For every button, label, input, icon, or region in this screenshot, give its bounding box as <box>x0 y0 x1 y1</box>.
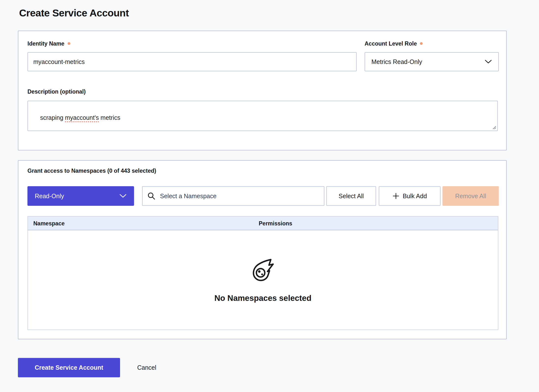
search-icon <box>147 192 155 200</box>
required-dot-icon <box>420 42 423 45</box>
description-text: scraping <box>40 114 65 121</box>
namespaces-table: Namespace Permissions No Namespaces sele… <box>27 216 498 330</box>
footer-actions: Create Service Account Cancel <box>18 358 156 377</box>
select-all-button[interactable]: Select All <box>326 186 376 206</box>
remove-all-label: Remove All <box>455 193 486 200</box>
service-account-details-card: Identity Name Account Level Role Metrics… <box>18 31 507 150</box>
select-all-label: Select All <box>339 193 364 200</box>
account-level-role-value: Metrics Read-Only <box>371 58 422 65</box>
column-header-permissions: Permissions <box>259 220 292 227</box>
description-text: metrics <box>99 114 120 121</box>
chevron-down-icon <box>485 60 492 64</box>
namespace-role-dropdown-value: Read-Only <box>35 193 64 200</box>
account-level-role-label-text: Account Level Role <box>365 40 417 47</box>
cancel-button[interactable]: Cancel <box>137 364 156 371</box>
account-level-role-select[interactable]: Metrics Read-Only <box>365 52 499 71</box>
create-service-account-button[interactable]: Create Service Account <box>18 358 120 377</box>
namespaces-table-header: Namespace Permissions <box>27 216 498 230</box>
description-label: Description (optional) <box>27 88 86 95</box>
description-textarea[interactable]: scraping myaccount's metrics <box>27 101 498 131</box>
description-text-misspelled: myaccount's <box>65 114 99 121</box>
namespace-role-dropdown[interactable]: Read-Only <box>27 186 134 206</box>
account-level-role-label: Account Level Role <box>365 40 423 47</box>
namespaces-heading: Grant access to Namespaces (0 of 443 sel… <box>27 168 156 174</box>
identity-name-label: Identity Name <box>27 40 70 47</box>
namespaces-card: Grant access to Namespaces (0 of 443 sel… <box>18 160 507 339</box>
empty-state-text: No Namespaces selected <box>214 294 311 303</box>
namespace-search[interactable] <box>142 186 324 206</box>
comet-icon <box>250 257 276 283</box>
resize-handle-icon[interactable] <box>492 125 497 130</box>
bulk-add-button[interactable]: Bulk Add <box>379 186 441 206</box>
page-title: Create Service Account <box>19 7 129 19</box>
required-dot-icon <box>68 42 70 45</box>
remove-all-button-disabled[interactable]: Remove All <box>442 186 499 206</box>
chevron-down-icon <box>119 194 127 198</box>
bulk-add-label: Bulk Add <box>403 193 427 200</box>
namespace-search-input[interactable] <box>159 192 319 200</box>
column-header-namespace: Namespace <box>33 220 65 227</box>
identity-name-input[interactable] <box>27 52 357 71</box>
description-label-text: Description (optional) <box>27 88 86 95</box>
namespaces-table-empty-state: No Namespaces selected <box>27 230 498 330</box>
plus-icon <box>392 193 399 199</box>
identity-name-label-text: Identity Name <box>27 40 64 47</box>
